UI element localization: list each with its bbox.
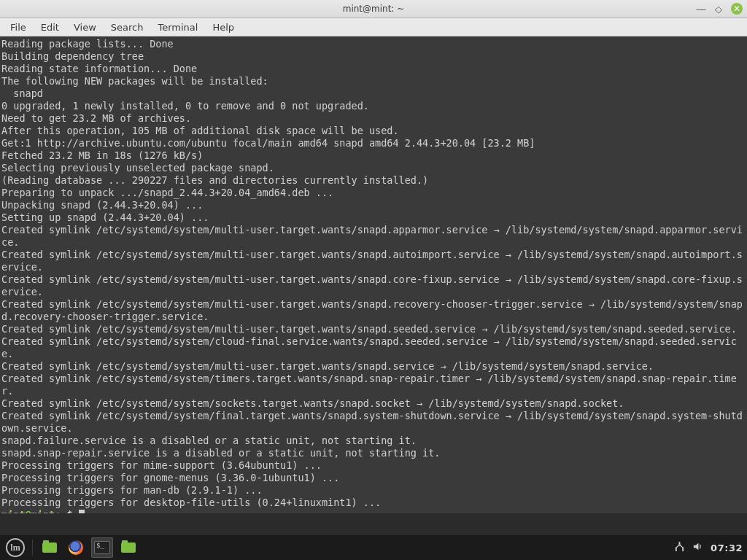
terminal-line: Created symlink /etc/systemd/system/sock… bbox=[1, 397, 746, 410]
terminal-line: Unpacking snapd (2.44.3+20.04) ... bbox=[1, 199, 746, 211]
folder-icon bbox=[121, 542, 136, 553]
terminal-line: Preparing to unpack .../snapd_2.44.3+20.… bbox=[1, 187, 746, 199]
close-icon: ✕ bbox=[733, 4, 740, 14]
terminal-line: snapd.failure.service is a disabled or a… bbox=[1, 435, 746, 447]
titlebar[interactable]: mint@mint: ~ ― ◇ ✕ bbox=[0, 0, 747, 18]
terminal-line: Created symlink /etc/systemd/system/mult… bbox=[1, 249, 746, 273]
terminal-line: Reading package lists... Done bbox=[1, 38, 746, 50]
network-icon[interactable] bbox=[674, 541, 685, 554]
terminal-line: 0 upgraded, 1 newly installed, 0 to remo… bbox=[1, 100, 746, 112]
window-controls: ― ◇ ✕ bbox=[696, 0, 743, 18]
firefox-launcher[interactable] bbox=[65, 537, 87, 558]
terminal-window: mint@mint: ~ ― ◇ ✕ File Edit View Search… bbox=[0, 0, 747, 560]
terminal-line: Selecting previously unselected package … bbox=[1, 162, 746, 174]
terminal-line: snapd bbox=[1, 88, 746, 100]
close-button[interactable]: ✕ bbox=[731, 3, 743, 15]
folder-icon bbox=[42, 542, 57, 553]
terminal-line: Created symlink /etc/systemd/system/fina… bbox=[1, 410, 746, 435]
menu-help[interactable]: Help bbox=[206, 20, 240, 34]
terminal-line: Setting up snapd (2.44.3+20.04) ... bbox=[1, 211, 746, 224]
divider bbox=[32, 540, 33, 556]
mint-logo-icon: lm bbox=[6, 538, 25, 557]
menubar: File Edit View Search Terminal Help bbox=[0, 18, 747, 36]
terminal-line: Created symlink /etc/systemd/system/mult… bbox=[1, 323, 746, 335]
terminal-line: Created symlink /etc/systemd/system/mult… bbox=[1, 298, 746, 323]
show-desktop-button[interactable] bbox=[39, 537, 61, 558]
terminal-line: The following NEW packages will be insta… bbox=[1, 75, 746, 88]
terminal-line: Created symlink /etc/systemd/system/clou… bbox=[1, 335, 746, 360]
terminal-line: Reading state information... Done bbox=[1, 63, 746, 75]
terminal-line: Processing triggers for gnome-menus (3.3… bbox=[1, 472, 746, 484]
terminal-output[interactable]: Reading package lists... DoneBuilding de… bbox=[0, 36, 747, 513]
terminal-line: Get:1 http://archive.ubuntu.com/ubuntu f… bbox=[1, 137, 746, 149]
taskbar: lm 07:32 bbox=[0, 535, 747, 560]
menu-edit[interactable]: Edit bbox=[35, 20, 65, 34]
minimize-button[interactable]: ― bbox=[696, 4, 706, 14]
terminal-line: (Reading database ... 290227 files and d… bbox=[1, 174, 746, 187]
terminal-line: Processing triggers for mime-support (3.… bbox=[1, 459, 746, 472]
terminal-line: Created symlink /etc/systemd/system/mult… bbox=[1, 273, 746, 298]
window-title: mint@mint: ~ bbox=[343, 4, 405, 14]
terminal-line: Fetched 23.2 MB in 18s (1276 kB/s) bbox=[1, 149, 746, 162]
files-launcher[interactable] bbox=[117, 537, 139, 558]
firefox-icon bbox=[69, 540, 83, 555]
menu-view[interactable]: View bbox=[68, 20, 102, 34]
menu-terminal[interactable]: Terminal bbox=[152, 20, 204, 34]
clock[interactable]: 07:32 bbox=[711, 542, 743, 553]
terminal-line: Need to get 23.2 MB of archives. bbox=[1, 112, 746, 125]
maximize-button[interactable]: ◇ bbox=[713, 4, 724, 14]
terminal-line: Created symlink /etc/systemd/system/time… bbox=[1, 373, 746, 397]
menu-search[interactable]: Search bbox=[105, 20, 150, 34]
terminal-line: After this operation, 105 MB of addition… bbox=[1, 125, 746, 137]
terminal-line: snapd.snap-repair.service is a disabled … bbox=[1, 447, 746, 459]
terminal-icon bbox=[94, 541, 110, 554]
sound-icon[interactable] bbox=[692, 541, 703, 554]
start-menu-button[interactable]: lm bbox=[4, 537, 26, 558]
terminal-line: Processing triggers for man-db (2.9.1-1)… bbox=[1, 484, 746, 497]
terminal-line: Building dependency tree bbox=[1, 50, 746, 63]
terminal-line: Created symlink /etc/systemd/system/mult… bbox=[1, 224, 746, 249]
terminal-launcher[interactable] bbox=[91, 537, 113, 558]
desktop-background[interactable] bbox=[0, 513, 747, 535]
terminal-line: Processing triggers for desktop-file-uti… bbox=[1, 497, 746, 509]
menu-file[interactable]: File bbox=[4, 20, 32, 34]
terminal-line: Created symlink /etc/systemd/system/mult… bbox=[1, 360, 746, 373]
